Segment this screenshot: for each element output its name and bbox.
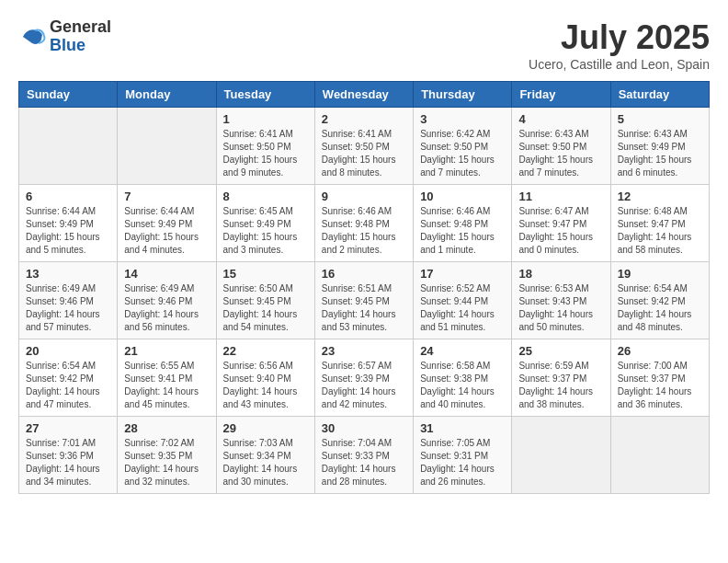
day-info: Sunrise: 6:48 AMSunset: 9:47 PMDaylight:… — [618, 205, 702, 257]
day-cell: 30Sunrise: 7:04 AMSunset: 9:33 PMDayligh… — [314, 417, 413, 494]
day-cell: 24Sunrise: 6:58 AMSunset: 9:38 PMDayligh… — [414, 339, 512, 417]
header-cell-friday: Friday — [512, 82, 610, 108]
header-row: SundayMondayTuesdayWednesdayThursdayFrid… — [19, 82, 710, 108]
header-cell-wednesday: Wednesday — [314, 82, 413, 108]
day-cell — [610, 417, 709, 494]
day-info: Sunrise: 6:59 AMSunset: 9:37 PMDaylight:… — [518, 360, 603, 411]
day-info: Sunrise: 7:01 AMSunset: 9:36 PMDaylight:… — [26, 437, 110, 488]
day-info: Sunrise: 6:54 AMSunset: 9:42 PMDaylight:… — [26, 360, 110, 411]
day-cell: 2Sunrise: 6:41 AMSunset: 9:50 PMDaylight… — [314, 108, 413, 185]
day-number: 9 — [322, 190, 406, 203]
day-number: 1 — [223, 112, 308, 126]
day-cell: 7Sunrise: 6:44 AMSunset: 9:49 PMDaylight… — [118, 185, 216, 262]
day-number: 15 — [223, 267, 308, 281]
day-number: 14 — [124, 267, 209, 281]
day-info: Sunrise: 6:47 AMSunset: 9:47 PMDaylight:… — [518, 205, 603, 257]
day-cell: 17Sunrise: 6:52 AMSunset: 9:44 PMDayligh… — [414, 262, 512, 339]
day-info: Sunrise: 6:56 AMSunset: 9:40 PMDaylight:… — [223, 360, 308, 411]
day-cell: 16Sunrise: 6:51 AMSunset: 9:45 PMDayligh… — [314, 262, 413, 339]
header-cell-tuesday: Tuesday — [216, 82, 314, 108]
day-info: Sunrise: 7:02 AMSunset: 9:35 PMDaylight:… — [124, 437, 209, 488]
day-info: Sunrise: 6:51 AMSunset: 9:45 PMDaylight:… — [322, 282, 406, 334]
day-number: 7 — [124, 190, 209, 203]
month-title: July 2025 — [529, 18, 710, 57]
week-row-5: 27Sunrise: 7:01 AMSunset: 9:36 PMDayligh… — [19, 417, 710, 494]
header-cell-sunday: Sunday — [19, 82, 118, 108]
day-info: Sunrise: 6:55 AMSunset: 9:41 PMDaylight:… — [124, 360, 209, 411]
header-cell-saturday: Saturday — [610, 82, 709, 108]
logo: General Blue — [18, 18, 111, 55]
calendar-table: SundayMondayTuesdayWednesdayThursdayFrid… — [18, 81, 710, 494]
day-number: 20 — [26, 344, 110, 358]
title-area: July 2025 Ucero, Castille and Leon, Spai… — [529, 18, 710, 72]
day-cell: 6Sunrise: 6:44 AMSunset: 9:49 PMDaylight… — [19, 185, 118, 262]
day-cell: 18Sunrise: 6:53 AMSunset: 9:43 PMDayligh… — [512, 262, 610, 339]
day-cell: 5Sunrise: 6:43 AMSunset: 9:49 PMDaylight… — [610, 108, 709, 185]
week-row-2: 6Sunrise: 6:44 AMSunset: 9:49 PMDaylight… — [19, 185, 710, 262]
day-number: 16 — [322, 267, 406, 281]
day-number: 19 — [618, 267, 702, 281]
day-number: 21 — [124, 344, 209, 358]
day-cell — [19, 108, 118, 185]
day-info: Sunrise: 6:49 AMSunset: 9:46 PMDaylight:… — [26, 282, 110, 334]
day-number: 27 — [26, 421, 110, 435]
day-cell: 21Sunrise: 6:55 AMSunset: 9:41 PMDayligh… — [118, 339, 216, 417]
day-info: Sunrise: 6:49 AMSunset: 9:46 PMDaylight:… — [124, 282, 209, 334]
day-info: Sunrise: 6:43 AMSunset: 9:50 PMDaylight:… — [518, 128, 603, 179]
day-info: Sunrise: 6:54 AMSunset: 9:42 PMDaylight:… — [618, 282, 702, 334]
day-cell: 26Sunrise: 7:00 AMSunset: 9:37 PMDayligh… — [610, 339, 709, 417]
week-row-1: 1Sunrise: 6:41 AMSunset: 9:50 PMDaylight… — [19, 108, 710, 185]
day-number: 28 — [124, 421, 209, 435]
day-info: Sunrise: 6:41 AMSunset: 9:50 PMDaylight:… — [223, 128, 308, 179]
day-cell: 4Sunrise: 6:43 AMSunset: 9:50 PMDaylight… — [512, 108, 610, 185]
day-number: 4 — [518, 112, 603, 126]
day-info: Sunrise: 6:45 AMSunset: 9:49 PMDaylight:… — [223, 205, 308, 257]
day-number: 22 — [223, 344, 308, 358]
day-number: 25 — [518, 344, 603, 358]
day-cell: 1Sunrise: 6:41 AMSunset: 9:50 PMDaylight… — [216, 108, 314, 185]
day-cell: 11Sunrise: 6:47 AMSunset: 9:47 PMDayligh… — [512, 185, 610, 262]
day-cell: 20Sunrise: 6:54 AMSunset: 9:42 PMDayligh… — [19, 339, 118, 417]
day-cell — [118, 108, 216, 185]
day-number: 31 — [420, 421, 505, 435]
day-info: Sunrise: 6:57 AMSunset: 9:39 PMDaylight:… — [322, 360, 406, 411]
day-cell: 10Sunrise: 6:46 AMSunset: 9:48 PMDayligh… — [414, 185, 512, 262]
day-cell: 15Sunrise: 6:50 AMSunset: 9:45 PMDayligh… — [216, 262, 314, 339]
day-number: 24 — [420, 344, 505, 358]
day-number: 23 — [322, 344, 406, 358]
day-number: 18 — [518, 267, 603, 281]
day-cell: 28Sunrise: 7:02 AMSunset: 9:35 PMDayligh… — [118, 417, 216, 494]
day-info: Sunrise: 6:41 AMSunset: 9:50 PMDaylight:… — [322, 128, 406, 179]
day-cell: 13Sunrise: 6:49 AMSunset: 9:46 PMDayligh… — [19, 262, 118, 339]
day-number: 2 — [322, 112, 406, 126]
week-row-4: 20Sunrise: 6:54 AMSunset: 9:42 PMDayligh… — [19, 339, 710, 417]
week-row-3: 13Sunrise: 6:49 AMSunset: 9:46 PMDayligh… — [19, 262, 710, 339]
day-number: 30 — [322, 421, 406, 435]
day-number: 26 — [618, 344, 702, 358]
day-cell: 31Sunrise: 7:05 AMSunset: 9:31 PMDayligh… — [414, 417, 512, 494]
day-number: 11 — [518, 190, 603, 203]
day-cell: 23Sunrise: 6:57 AMSunset: 9:39 PMDayligh… — [314, 339, 413, 417]
day-number: 12 — [618, 190, 702, 203]
day-info: Sunrise: 6:50 AMSunset: 9:45 PMDaylight:… — [223, 282, 308, 334]
day-cell: 14Sunrise: 6:49 AMSunset: 9:46 PMDayligh… — [118, 262, 216, 339]
location: Ucero, Castille and Leon, Spain — [529, 57, 710, 72]
day-cell: 27Sunrise: 7:01 AMSunset: 9:36 PMDayligh… — [19, 417, 118, 494]
day-number: 3 — [420, 112, 505, 126]
day-info: Sunrise: 6:52 AMSunset: 9:44 PMDaylight:… — [420, 282, 505, 334]
day-info: Sunrise: 6:44 AMSunset: 9:49 PMDaylight:… — [124, 205, 209, 257]
day-number: 10 — [420, 190, 505, 203]
day-cell: 3Sunrise: 6:42 AMSunset: 9:50 PMDaylight… — [414, 108, 512, 185]
logo-blue: Blue — [50, 37, 111, 55]
day-number: 6 — [26, 190, 110, 203]
day-info: Sunrise: 6:46 AMSunset: 9:48 PMDaylight:… — [322, 205, 406, 257]
day-info: Sunrise: 6:53 AMSunset: 9:43 PMDaylight:… — [518, 282, 603, 334]
day-info: Sunrise: 6:42 AMSunset: 9:50 PMDaylight:… — [420, 128, 505, 179]
day-cell: 9Sunrise: 6:46 AMSunset: 9:48 PMDaylight… — [314, 185, 413, 262]
day-cell — [512, 417, 610, 494]
logo-text: General Blue — [50, 18, 111, 55]
day-number: 17 — [420, 267, 505, 281]
day-info: Sunrise: 7:03 AMSunset: 9:34 PMDaylight:… — [223, 437, 308, 488]
logo-icon — [18, 23, 46, 51]
day-info: Sunrise: 6:43 AMSunset: 9:49 PMDaylight:… — [618, 128, 702, 179]
